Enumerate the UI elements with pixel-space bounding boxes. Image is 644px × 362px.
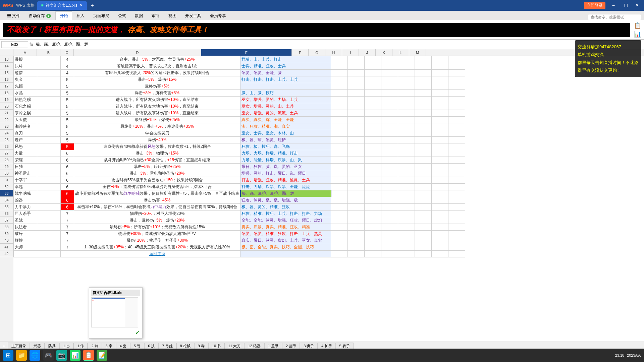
cell-f[interactable] xyxy=(331,204,348,210)
cell-e[interactable]: 极、器、灵的、精准、狂攻 xyxy=(240,204,331,210)
cell-e[interactable]: 打击、力场、疾暴、疾暴、全能、流流 xyxy=(240,184,331,190)
cell-m[interactable] xyxy=(448,70,465,76)
cell-m[interactable] xyxy=(448,184,465,190)
cell-m[interactable] xyxy=(448,217,465,224)
cell-a[interactable] xyxy=(14,251,37,257)
cell-a[interactable]: 荣耀 xyxy=(14,157,37,164)
cell-b[interactable] xyxy=(37,137,61,143)
cell-a[interactable]: 愈惜 xyxy=(14,70,37,76)
tab-formula[interactable]: 公式 xyxy=(114,11,130,20)
cell-d[interactable]: 暴击+5%；暗暗伤害+25% xyxy=(74,164,240,170)
cell-c[interactable]: 7 xyxy=(61,224,74,231)
tab-view[interactable]: 视图 xyxy=(164,11,181,20)
tab-file[interactable]: ☰ 文件 xyxy=(3,11,24,20)
cell-m[interactable] xyxy=(448,123,465,130)
cell-b[interactable] xyxy=(37,110,61,117)
cell-b[interactable] xyxy=(37,184,61,190)
cell-f[interactable] xyxy=(331,130,348,137)
cell-g[interactable] xyxy=(348,56,365,63)
cell-f[interactable] xyxy=(331,56,348,63)
cell-h[interactable] xyxy=(365,103,381,110)
row-num-21[interactable]: 21 xyxy=(0,110,13,116)
row-num-23[interactable]: 23 xyxy=(0,123,13,130)
cell-a[interactable]: 日独 xyxy=(14,164,37,170)
cell-l[interactable] xyxy=(432,164,448,170)
cell-m[interactable] xyxy=(448,150,465,157)
table-row[interactable]: 凶器6暴击伤害+45%狂攻、煞灵、极、极、增强、极 xyxy=(14,197,465,204)
cell-h[interactable] xyxy=(365,63,381,70)
cell-j[interactable] xyxy=(398,143,415,150)
cell-e[interactable]: 煞灵、煞灵、精准、狂攻、打击、土兵、煞灵 xyxy=(240,231,331,237)
cell-k[interactable] xyxy=(415,70,432,76)
cell-i[interactable] xyxy=(381,197,398,204)
cell-a[interactable]: 风怒 xyxy=(14,143,37,150)
row-num-41[interactable]: 41 xyxy=(0,244,13,250)
cell-a[interactable]: 先拒 xyxy=(14,83,37,90)
cell-c[interactable]: 5 xyxy=(61,97,74,103)
cell-b[interactable] xyxy=(37,123,61,130)
row-num-20[interactable]: 20 xyxy=(0,103,13,110)
cell-g[interactable] xyxy=(348,76,365,83)
cell-b[interactable] xyxy=(37,164,61,170)
cell-e[interactable]: 极、密、全能、真实、技巧、全能、技巧 xyxy=(240,244,331,251)
cell-f[interactable] xyxy=(331,90,348,97)
cell-c[interactable]: 5 xyxy=(61,83,74,90)
cell-a[interactable]: 遗产 xyxy=(14,137,37,143)
cell-l[interactable] xyxy=(432,110,448,117)
cell-l[interactable] xyxy=(432,117,448,123)
cell-l[interactable] xyxy=(432,56,448,63)
cell-a[interactable]: 力量 xyxy=(14,150,37,157)
cell-a[interactable]: 大天使 xyxy=(14,117,37,123)
cell-m[interactable] xyxy=(448,231,465,237)
row-num-33[interactable]: 33 xyxy=(0,190,13,197)
cell-i[interactable] xyxy=(381,137,398,143)
cell-g[interactable] xyxy=(348,137,365,143)
row-num-32[interactable]: 32 xyxy=(0,183,13,190)
cell-k[interactable] xyxy=(415,237,432,244)
cell-c[interactable]: 6 xyxy=(61,197,74,204)
tab-insert[interactable]: 插入 xyxy=(72,11,89,20)
cell-e[interactable] xyxy=(240,83,331,90)
row-num-28[interactable]: 28 xyxy=(0,157,13,163)
cell-d[interactable]: 最终伤+15%；爆伤+25% xyxy=(74,117,240,123)
table-row[interactable]: 寒冷之赐5进入战斗，所有队友寒冰伤害+10%，直至结束巫女、增强、灵的、流流、土… xyxy=(14,110,465,117)
cell-j[interactable] xyxy=(398,197,415,204)
cell-k[interactable] xyxy=(415,204,432,210)
table-row[interactable]: 力量6暴击+3%；物理伤+15%力场、力场、样瑞、精准、打击 xyxy=(14,150,465,157)
cell-j[interactable] xyxy=(398,237,415,244)
cell-e[interactable]: 狂攻、精准、技巧、土兵、打击、打击、力场 xyxy=(240,210,331,217)
col-header-d[interactable]: D xyxy=(74,49,201,56)
table-row[interactable]: 执法者7最终伤+5%；所有伤害+10%；无视敌方所有抗性15%真实、疾暴、真实、… xyxy=(14,224,465,231)
cell-b[interactable] xyxy=(37,217,61,224)
row-num-22[interactable]: 22 xyxy=(0,116,13,123)
cell-c[interactable]: 7 xyxy=(61,217,74,224)
cell-h[interactable] xyxy=(365,210,381,217)
cell-i[interactable] xyxy=(381,190,398,197)
cell-b[interactable] xyxy=(37,143,61,150)
file-tab[interactable]: ■ 符文组合表1.5.xls ✕ xyxy=(37,1,87,10)
new-tab-btn[interactable]: ＋ xyxy=(90,2,95,9)
cell-j[interactable] xyxy=(398,103,415,110)
cell-l[interactable] xyxy=(432,70,448,76)
table-row[interactable]: 决斗4若敏捷高于敌人，普攻攻击3次，否则攻击1次士兵、精准、狂攻、士兵 xyxy=(14,63,465,70)
table-row[interactable]: 石化之赐5进入战斗，所有队友大地伤害+10%，直至结束巫女、增强、灵的、山、土兵 xyxy=(14,103,465,110)
cell-d[interactable]: 战斗开始前对所有友军施加战争呐喊效果，使目标所有属性+75，暴击率+5%，直至战… xyxy=(74,190,240,197)
cell-j[interactable] xyxy=(398,231,415,237)
table-row[interactable]: 风怒5造成伤害有40%概率获得风怒效果，攻击次数+1，持续2回合狂攻、极、技巧、… xyxy=(14,143,465,150)
cell-k[interactable] xyxy=(415,224,432,231)
cell-a[interactable]: 辉煌 xyxy=(14,237,37,244)
row-num-38[interactable]: 38 xyxy=(0,224,13,230)
cell-h[interactable] xyxy=(365,130,381,137)
cell-c[interactable]: 5 xyxy=(61,76,74,83)
cell-l[interactable] xyxy=(432,130,448,137)
cell-f[interactable] xyxy=(331,170,348,177)
cell-j[interactable] xyxy=(398,150,415,157)
taskbar-app4[interactable]: 📝 xyxy=(97,350,107,361)
cell-c[interactable]: 5 xyxy=(61,117,74,123)
cell-a[interactable]: 十字军 xyxy=(14,177,37,184)
cell-e[interactable]: 真实、真实、辉、全能、全能 xyxy=(240,117,331,123)
cell-h[interactable] xyxy=(365,164,381,170)
cell-g[interactable] xyxy=(348,197,365,204)
cell-c[interactable]: 5 xyxy=(61,130,74,137)
col-header-i[interactable]: I xyxy=(342,49,359,56)
